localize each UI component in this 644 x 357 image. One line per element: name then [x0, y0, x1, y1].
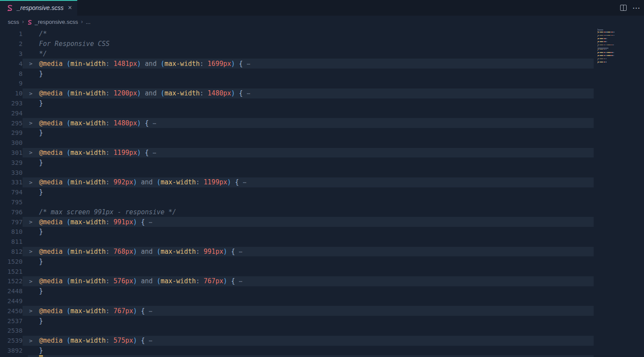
minimap-line: [598, 31, 598, 32]
code-line[interactable]: 294: [0, 108, 594, 118]
minimap-line: [598, 41, 607, 42]
fold-chevron-icon[interactable]: >: [23, 90, 39, 97]
code-text: @media (min-width: 1481px) and (max-widt…: [39, 60, 594, 68]
breadcrumb-file[interactable]: _responsive.scss: [35, 19, 78, 25]
minimap-line: [598, 59, 598, 60]
code-line[interactable]: 2538: [0, 326, 594, 336]
breadcrumb-folder[interactable]: scss: [8, 19, 19, 25]
minimap-line: [598, 35, 614, 36]
line-number: 3: [0, 50, 23, 57]
code-line[interactable]: 8}: [0, 69, 594, 79]
line-number: 295: [0, 120, 23, 127]
folded-code-line[interactable]: 812>@media (min-width: 768px) and (max-w…: [0, 247, 594, 257]
minimap-line: [598, 33, 598, 34]
fold-chevron-icon[interactable]: >: [23, 337, 39, 344]
line-number: 299: [0, 129, 23, 136]
code-line[interactable]: 2For Responsive CSS: [0, 39, 594, 49]
folded-code-line[interactable]: 797>@media (max-width: 991px) { ⋯: [0, 217, 594, 227]
line-number: 812: [0, 248, 23, 255]
code-text: @media (max-width: 1480px) { ⋯: [39, 119, 594, 127]
folded-code-line[interactable]: 4>@media (min-width: 1481px) and (max-wi…: [0, 59, 594, 69]
code-line[interactable]: 795: [0, 197, 594, 207]
folded-code-line[interactable]: 331>@media (min-width: 992px) and (max-w…: [0, 177, 594, 187]
line-number: 795: [0, 199, 23, 206]
fold-chevron-icon[interactable]: >: [23, 149, 39, 156]
minimap-line: [598, 32, 614, 33]
code-text: }: [39, 258, 594, 265]
folded-code-line[interactable]: 2450>@media (max-width: 767px) { ⋯: [0, 306, 594, 316]
editor-actions: ···: [620, 0, 644, 16]
code-line[interactable]: 1/*: [0, 29, 594, 39]
code-line[interactable]: 794}: [0, 187, 594, 197]
code-text: @media (min-width: 1200px) and (max-widt…: [39, 89, 594, 97]
code-text: */: [39, 50, 594, 58]
code-text: }: [39, 228, 594, 236]
code-text: }: [39, 159, 594, 167]
code-text: /* max screen 991px - responsive */: [39, 208, 594, 216]
code-text: @media (min-width: 992px) and (max-width…: [39, 178, 594, 186]
folded-code-line[interactable]: 301>@media (max-width: 1199px) { ⋯: [0, 148, 594, 158]
code-line[interactable]: 3*/: [0, 49, 594, 59]
code-text: @media (max-width: 991px) { ⋯: [39, 218, 594, 226]
sass-icon-small: [27, 20, 33, 25]
code-line[interactable]: 3892}: [0, 346, 594, 356]
breadcrumb: scss › _responsive.scss › ...: [0, 16, 644, 28]
code-line[interactable]: 2448}: [0, 286, 594, 296]
fold-chevron-icon[interactable]: >: [23, 219, 39, 225]
code-line[interactable]: 796/* max screen 991px - responsive */: [0, 207, 594, 217]
line-number: 2448: [0, 288, 23, 295]
code-line[interactable]: 810}: [0, 227, 594, 237]
fold-chevron-icon[interactable]: >: [23, 308, 39, 314]
line-number: 3892: [0, 347, 23, 354]
tab-label: _responsive.scss: [17, 4, 63, 11]
fold-chevron-icon[interactable]: >: [23, 60, 39, 67]
fold-chevron-icon[interactable]: >: [23, 179, 39, 186]
split-editor-icon[interactable]: [620, 5, 627, 11]
line-number: 794: [0, 189, 23, 196]
code-text: For Responsive CSS: [39, 40, 594, 48]
minimap-line: [598, 29, 603, 30]
minimap-line: [598, 52, 614, 53]
folded-code-line[interactable]: 295>@media (max-width: 1480px) { ⋯: [0, 118, 594, 128]
line-number: 329: [0, 159, 23, 166]
code-line[interactable]: 300: [0, 138, 594, 148]
tab-close-icon[interactable]: ×: [68, 4, 72, 11]
line-number: 4: [0, 60, 23, 67]
code-text: /*: [39, 30, 594, 38]
minimap-line: [598, 53, 598, 54]
code-text: }: [39, 129, 594, 137]
line-number: 1520: [0, 258, 23, 265]
folded-code-line[interactable]: 1522>@media (min-width: 576px) and (max-…: [0, 276, 594, 286]
code-line[interactable]: 293}: [0, 98, 594, 108]
code-line[interactable]: 2537}: [0, 316, 594, 326]
code-line[interactable]: 1521: [0, 266, 594, 276]
breadcrumb-symbol[interactable]: ...: [86, 19, 91, 25]
code-editor[interactable]: 1/*2For Responsive CSS3*/4>@media (min-w…: [0, 28, 644, 357]
folded-code-line[interactable]: 2539>@media (max-width: 575px) { ⋯: [0, 336, 594, 346]
minimap-line: [598, 39, 598, 40]
code-line[interactable]: 299}: [0, 128, 594, 138]
tab-responsive-scss[interactable]: _responsive.scss ×: [0, 0, 77, 16]
more-actions-icon[interactable]: ···: [633, 4, 644, 12]
minimap-line: [598, 62, 607, 62]
code-line[interactable]: 9: [0, 79, 594, 88]
line-number: 797: [0, 219, 23, 226]
folded-code-line[interactable]: 10>@media (min-width: 1200px) and (max-w…: [0, 88, 594, 98]
code-line[interactable]: 330: [0, 167, 594, 177]
line-number: 300: [0, 139, 23, 146]
line-number: 2450: [0, 308, 23, 314]
code-line[interactable]: 329}: [0, 157, 594, 167]
fold-chevron-icon[interactable]: >: [23, 248, 39, 255]
code-line[interactable]: 1520}: [0, 256, 594, 266]
line-number: 2449: [0, 298, 23, 305]
line-number: 8: [0, 70, 23, 77]
fold-chevron-icon[interactable]: >: [23, 120, 39, 126]
breadcrumb-separator-icon: ›: [81, 19, 83, 25]
code-line[interactable]: 811: [0, 237, 594, 247]
minimap-line: [598, 38, 607, 39]
line-number: 2: [0, 40, 23, 47]
code-line[interactable]: 2449: [0, 296, 594, 306]
fold-chevron-icon[interactable]: >: [23, 278, 39, 285]
minimap[interactable]: [596, 29, 643, 81]
sass-icon: [6, 4, 13, 12]
